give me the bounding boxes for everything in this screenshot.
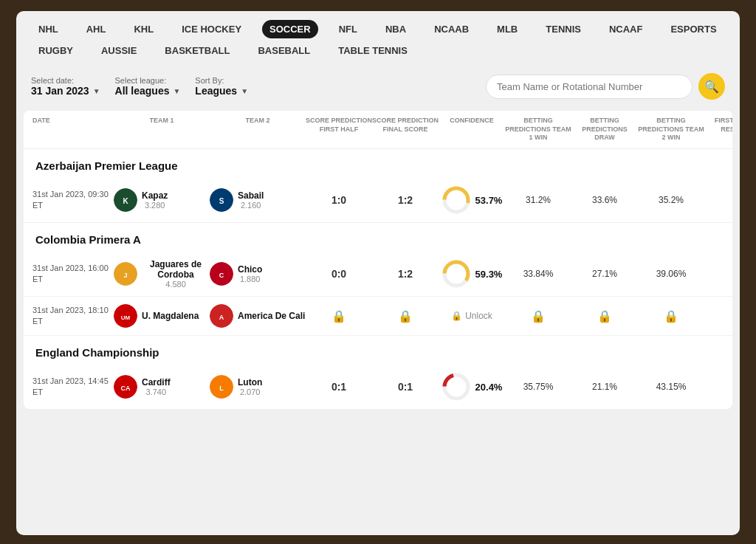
team1-info: Jaguares de Cordoba 4.580	[142, 259, 210, 289]
nav-item-table-tennis[interactable]: TABLE TENNIS	[331, 41, 415, 60]
team1-odds: 3.280	[142, 201, 168, 210]
confidence-percent: 59.3%	[475, 269, 503, 280]
matches-table: DATE TEAM 1 TEAM 2 SCORE PREDICTION FIRS…	[24, 111, 732, 409]
match-date: 31st Jan 2023, 14:45 ET	[32, 376, 114, 399]
team1-odds: 4.580	[142, 280, 210, 289]
confidence-donut	[441, 185, 471, 215]
nav-item-khl[interactable]: KHL	[126, 20, 161, 38]
score-half-locked: 🔒	[306, 309, 372, 323]
date-chevron-icon: ▼	[93, 87, 100, 95]
league-chevron-icon: ▼	[173, 87, 180, 95]
col-confidence: CONFIDENCE	[439, 117, 505, 142]
table-row: 31st Jan 2023, 16:00 ET J Jaguares de Co…	[24, 252, 732, 297]
bet-team2-win: 35.2%	[638, 195, 704, 205]
confidence-cell: 53.7%	[439, 185, 505, 215]
league-header: Colombia Primera A	[24, 223, 732, 252]
team1-cell: K Kapaz 3.280	[114, 188, 210, 212]
nav-item-basketball[interactable]: BASKETBALL	[157, 41, 237, 60]
confidence-cell: 59.3%	[439, 259, 505, 289]
table-row: 31st Jan 2023, 09:30 ET K Kapaz 3.280 S …	[24, 178, 732, 223]
team2-name: Chico	[238, 264, 262, 275]
league-filter[interactable]: Select league: All leagues ▼	[115, 76, 181, 97]
sort-chevron-icon: ▼	[241, 87, 248, 95]
confidence-percent: 20.4%	[475, 382, 503, 393]
sort-filter[interactable]: Sort By: Leagues ▼	[195, 76, 248, 97]
team2-logo: L	[210, 375, 233, 399]
search-button[interactable]: 🔍	[698, 73, 725, 100]
team2-logo: S	[210, 188, 233, 212]
nav-item-rugby[interactable]: RUGBY	[31, 41, 80, 60]
nav-item-aussie[interactable]: AUSSIE	[94, 41, 144, 60]
col-score-half: SCORE PREDICTION FIRST HALF	[306, 117, 372, 142]
col-team1: TEAM 1	[114, 117, 210, 142]
bet-team2-win: 39.06%	[638, 269, 704, 279]
team2-odds: 1.880	[238, 275, 262, 283]
lock-icon: 🔒	[664, 309, 678, 323]
team2-cell: C Chico 1.880	[210, 262, 306, 286]
nav-item-esports[interactable]: ESPORTS	[663, 20, 724, 38]
bet-draw: 27.1%	[571, 269, 638, 279]
svg-text:K: K	[123, 197, 128, 205]
unlock-label: Unlock	[465, 311, 492, 321]
score-half: 0:0	[306, 268, 372, 280]
unlock-button[interactable]: 🔒 Unlock	[439, 311, 505, 321]
bet-team1-win: 33.84%	[505, 269, 571, 279]
bet-team1-win: 31.2%	[505, 195, 571, 205]
team1-info: U. Magdalena	[142, 311, 199, 321]
team1-logo: CA	[114, 375, 137, 399]
lock-icon: 🔒	[331, 309, 346, 323]
search-input[interactable]	[486, 75, 693, 99]
match-date: 31st Jan 2023, 18:10 ET	[32, 305, 114, 328]
team1-logo: K	[114, 188, 137, 212]
nav-item-nba[interactable]: NBA	[378, 20, 413, 38]
team2-logo: C	[210, 262, 233, 286]
team1-cell: UM U. Magdalena	[114, 304, 210, 328]
nav-item-ahl[interactable]: AHL	[79, 20, 114, 38]
team2-info: Chico 1.880	[238, 264, 262, 283]
nav-item-ncaab[interactable]: NCAAB	[427, 20, 476, 38]
nav-item-ice-hockey[interactable]: ICE HOCKEY	[174, 20, 249, 38]
nav-item-nfl[interactable]: NFL	[331, 20, 365, 38]
nav-item-mlb[interactable]: MLB	[489, 20, 525, 38]
nav-item-nhl[interactable]: NHL	[31, 20, 66, 38]
nav-item-baseball[interactable]: BASEBALL	[250, 41, 317, 60]
team1-name: Kapaz	[142, 190, 168, 201]
team1-info: Cardiff 3.740	[142, 377, 171, 396]
app-container: NHLAHLKHLICE HOCKEYSOCCERNFLNBANCAABMLBT…	[16, 11, 740, 535]
team2-cell: A America De Cali	[210, 304, 306, 328]
confidence-donut	[441, 259, 471, 289]
confidence-percent: 53.7%	[475, 195, 503, 206]
date-label: Select date:	[31, 76, 100, 85]
score-final: 1:2	[372, 194, 439, 206]
team1-odds: 3.740	[142, 388, 171, 396]
league-value[interactable]: All leagues ▼	[115, 85, 181, 97]
team1-logo: J	[114, 262, 137, 286]
bet-team1-locked: 🔒	[505, 309, 571, 323]
nav-item-soccer[interactable]: SOCCER	[262, 20, 318, 38]
score-half: 0:1	[306, 381, 372, 393]
date-value[interactable]: 31 Jan 2023 ▼	[31, 85, 100, 97]
nav-item-ncaaf[interactable]: NCAAF	[602, 20, 650, 38]
league-header: England Championship	[24, 336, 732, 365]
bet-team1-win: 35.75%	[505, 382, 571, 392]
team1-name: U. Magdalena	[142, 311, 199, 321]
bet-team2-locked: 🔒	[638, 309, 704, 323]
table-header-row: DATE TEAM 1 TEAM 2 SCORE PREDICTION FIRS…	[24, 111, 732, 149]
team1-info: Kapaz 3.280	[142, 190, 168, 210]
score-final: 1:2	[372, 268, 439, 280]
team2-logo: A	[210, 304, 233, 328]
sort-label: Sort By:	[195, 76, 248, 85]
confidence-locked[interactable]: 🔒 Unlock	[439, 311, 505, 321]
sort-value[interactable]: Leagues ▼	[195, 85, 248, 97]
svg-text:J: J	[123, 272, 127, 279]
svg-text:A: A	[219, 314, 224, 321]
team2-info: Sabail 2.160	[238, 190, 264, 210]
match-date: 31st Jan 2023, 09:30 ET	[32, 189, 114, 212]
date-filter[interactable]: Select date: 31 Jan 2023 ▼	[31, 76, 100, 97]
score-final: 0:1	[372, 381, 439, 393]
nav-item-tennis[interactable]: TENNIS	[538, 20, 588, 38]
team2-cell: L Luton 2.070	[210, 375, 306, 399]
team2-info: America De Cali	[238, 311, 305, 321]
match-date: 31st Jan 2023, 16:00 ET	[32, 263, 114, 286]
search-bar: 🔍	[486, 73, 725, 100]
